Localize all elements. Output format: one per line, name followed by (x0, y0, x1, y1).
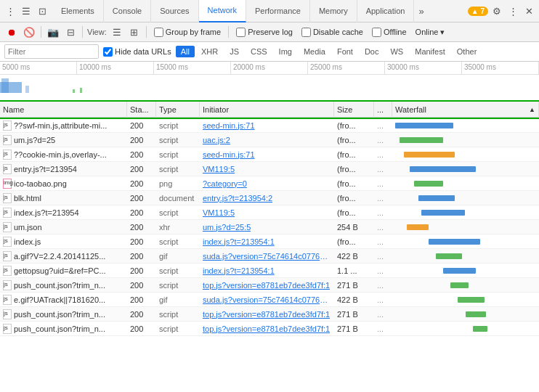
table-row[interactable]: js push_count.json?trim_n... 200 script … (0, 278, 539, 293)
initiator-link[interactable]: uac.js:2 (203, 136, 230, 144)
initiator-link[interactable]: VM119:5 (203, 165, 235, 173)
cell-dots[interactable]: ... (374, 220, 392, 234)
cell-dots[interactable]: ... (374, 307, 392, 322)
initiator-link[interactable]: seed-min.js:71 (203, 150, 255, 159)
initiator-link[interactable]: seed-min.js:71 (203, 121, 255, 130)
preserve-log-checkbox[interactable] (236, 28, 246, 37)
tab-more[interactable]: » (414, 0, 428, 23)
clear-button[interactable]: 🚫 (22, 25, 36, 39)
cell-dots[interactable]: ... (374, 133, 392, 147)
th-type[interactable]: Type (156, 102, 200, 118)
dots-menu-icon[interactable]: ⋮ (506, 4, 520, 18)
initiator-link[interactable]: suda.js?version=75c74614c0776821:1 (203, 295, 331, 304)
filter-tag-xhr[interactable]: XHR (196, 46, 223, 57)
cell-type: script (156, 307, 200, 322)
tab-sources[interactable]: Sources (151, 0, 198, 23)
initiator-link[interactable]: entry.js?t=213954:2 (203, 194, 272, 203)
disable-cache-checkbox[interactable] (301, 28, 311, 37)
inspect-icon[interactable]: ☰ (19, 4, 33, 18)
disable-cache-label[interactable]: Disable cache (299, 28, 366, 37)
th-waterfall[interactable]: Waterfall ▲ (392, 102, 539, 118)
initiator-link[interactable]: index.js?t=213954:1 (203, 266, 275, 275)
table-row[interactable]: js push_count.json?trim_n... 200 script … (0, 322, 539, 336)
table-row[interactable]: js entry.js?t=213954 200 script VM119:5 … (0, 162, 539, 176)
filter-button[interactable]: ⊟ (63, 25, 78, 39)
th-dots[interactable]: ... (374, 102, 392, 118)
cell-dots[interactable]: ... (374, 162, 392, 176)
th-initiator[interactable]: Initiator (200, 102, 334, 118)
tab-performance[interactable]: Performance (246, 0, 310, 23)
cell-dots[interactable]: ... (374, 322, 392, 336)
tab-memory[interactable]: Memory (310, 0, 357, 23)
filter-input[interactable] (4, 44, 99, 59)
tab-console[interactable]: Console (104, 0, 151, 23)
hide-data-urls-label[interactable]: Hide data URLs (103, 47, 171, 57)
cell-dots[interactable]: ... (374, 118, 392, 133)
cell-dots[interactable]: ... (374, 205, 392, 220)
cell-dots[interactable]: ... (374, 147, 392, 162)
initiator-link[interactable]: ?category=0 (203, 179, 247, 188)
cell-dots[interactable]: ... (374, 249, 392, 264)
initiator-link[interactable]: top.js?version=e8781eb7dee3fd7f:1 (203, 310, 330, 319)
tab-application[interactable]: Application (357, 0, 415, 23)
view-large-icon[interactable]: ⊞ (127, 25, 142, 39)
initiator-link[interactable]: top.js?version=e8781eb7dee3fd7f:1 (203, 324, 330, 333)
table-row[interactable]: js index.js?t=213954 200 script VM119:5 … (0, 205, 539, 220)
devtools-menu-icon[interactable]: ⋮ (3, 4, 17, 18)
table-row[interactable]: js um.js?d=25 200 script uac.js:2 (fro..… (0, 133, 539, 147)
table-row[interactable]: js ??swf-min.js,attribute-mi... 200 scri… (0, 118, 539, 133)
view-list-icon[interactable]: ☰ (110, 25, 124, 39)
cell-name: js index.js (0, 234, 127, 249)
th-name[interactable]: Name (0, 102, 127, 118)
initiator-link[interactable]: suda.js?version=75c74614c0776821:1 (203, 252, 331, 261)
cell-dots[interactable]: ... (374, 278, 392, 293)
filter-tag-js[interactable]: JS (224, 46, 244, 57)
filter-tag-img[interactable]: Img (274, 46, 297, 57)
table-row[interactable]: js ??cookie-min.js,overlay-... 200 scrip… (0, 147, 539, 162)
tab-network[interactable]: Network (199, 0, 246, 23)
close-icon[interactable]: ✕ (522, 4, 536, 18)
filter-tag-doc[interactable]: Doc (360, 46, 384, 57)
filter-tag-other[interactable]: Other (452, 46, 482, 57)
screenshot-button[interactable]: 📷 (46, 25, 60, 39)
initiator-link[interactable]: um.js?d=25:5 (203, 223, 251, 232)
cell-dots[interactable]: ... (374, 234, 392, 249)
table-row[interactable]: js e.gif?UATrack||7181620... 200 gif sud… (0, 293, 539, 307)
filter-tag-media[interactable]: Media (299, 46, 331, 57)
th-size[interactable]: Size (334, 102, 374, 118)
table-row[interactable]: js index.js 200 script index.js?t=213954… (0, 234, 539, 249)
filter-tag-all[interactable]: All (176, 46, 195, 57)
table-row[interactable]: js um.json 200 xhr um.js?d=25:5 254 B ..… (0, 220, 539, 234)
cell-dots[interactable]: ... (374, 293, 392, 307)
settings-icon[interactable]: ⚙ (490, 4, 504, 18)
offline-label[interactable]: Offline (369, 28, 410, 37)
cell-dots[interactable]: ... (374, 264, 392, 278)
cell-dots[interactable]: ... (374, 176, 392, 191)
hide-data-urls-checkbox[interactable] (103, 47, 113, 57)
throttle-dropdown[interactable]: Online ▾ (413, 28, 448, 37)
group-by-frame-checkbox[interactable] (154, 28, 163, 37)
initiator-link[interactable]: top.js?version=e8781eb7dee3fd7f:1 (203, 281, 330, 290)
filter-tag-font[interactable]: Font (332, 46, 358, 57)
cell-type: script (156, 234, 200, 249)
filter-tag-css[interactable]: CSS (246, 46, 272, 57)
table-row[interactable]: js gettopsug?uid=&ref=PC... 200 script i… (0, 264, 539, 278)
cell-waterfall (392, 307, 539, 322)
initiator-link[interactable]: index.js?t=213954:1 (203, 237, 275, 246)
table-row[interactable]: js a.gif?V=2.2.4.20141125... 200 gif sud… (0, 249, 539, 264)
cell-status: 200 (127, 162, 156, 176)
filter-tag-manifest[interactable]: Manifest (410, 46, 450, 57)
offline-checkbox[interactable] (372, 28, 381, 37)
cell-dots[interactable]: ... (374, 191, 392, 205)
table-row[interactable]: img ico-taobao.png 200 png ?category=0 (… (0, 176, 539, 191)
record-button[interactable]: ⏺ (4, 25, 19, 39)
preserve-log-label[interactable]: Preserve log (233, 28, 296, 37)
th-status[interactable]: Sta... (127, 102, 156, 118)
initiator-link[interactable]: VM119:5 (203, 208, 235, 217)
filter-tag-ws[interactable]: WS (385, 46, 408, 57)
tab-elements[interactable]: Elements (52, 0, 104, 23)
mobile-icon[interactable]: ⊡ (35, 4, 49, 18)
group-by-frame-label[interactable]: Group by frame (151, 28, 224, 37)
table-row[interactable]: js push_count.json?trim_n... 200 script … (0, 307, 539, 322)
table-row[interactable]: js blk.html 200 document entry.js?t=2139… (0, 191, 539, 205)
